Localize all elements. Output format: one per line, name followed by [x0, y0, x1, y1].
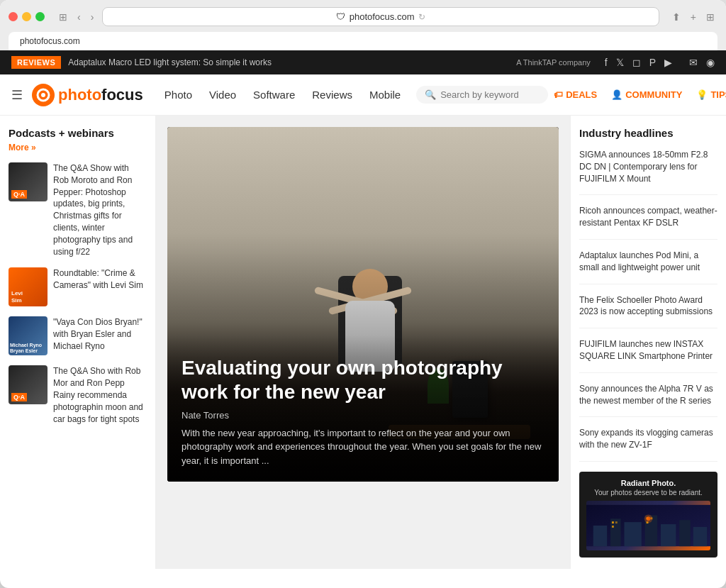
search-icon: 🔍	[425, 89, 436, 100]
podcast-title-2: Roundtable: "Crime & Cameras" with Levi …	[53, 267, 147, 292]
podcast-item-4: Q·A The Q&A Sho with Rob Mor and Ron Pep…	[9, 365, 147, 425]
maximize-button[interactable]	[35, 12, 45, 21]
right-sidebar: Industry headlines SIGMA announces 18-50…	[570, 116, 726, 569]
ad-subtext: Your photos deserve to be radiant.	[586, 489, 710, 497]
headline-text-5: FUJIFILM launches new INSTAX SQUARE LINK…	[579, 338, 717, 362]
svg-rect-4	[593, 526, 607, 546]
twitter-icon[interactable]: 𝕏	[616, 57, 624, 68]
svg-rect-13	[612, 526, 614, 528]
headline-text-4: The Felix Schoeller Photo Award 2023 is …	[579, 294, 717, 318]
headline-item-5[interactable]: FUJIFILM launches new INSTAX SQUARE LINK…	[579, 338, 717, 373]
headline-item-6[interactable]: Sony announces the Alpha 7R V as the new…	[579, 383, 717, 418]
podcast-info-2: Roundtable: "Crime & Cameras" with Levi …	[53, 267, 147, 306]
headline-text-6: Sony announces the Alpha 7R V as the new…	[579, 383, 717, 407]
close-button[interactable]	[9, 12, 18, 21]
svg-rect-10	[693, 527, 707, 546]
headline-item-3[interactable]: Adaptalux launches Pod Mini, a small and…	[579, 250, 717, 284]
svg-rect-11	[612, 521, 614, 523]
reload-icon[interactable]: ↻	[418, 12, 425, 22]
main-content: Podcasts + webinars More » Q·A The Q&A S…	[0, 116, 726, 569]
tab-label: photofocus.com	[20, 36, 80, 46]
instagram-icon[interactable]: ◻	[632, 57, 641, 68]
share-button[interactable]: ⬆	[669, 10, 683, 24]
podcast-thumb-1[interactable]: Q·A	[9, 162, 48, 201]
community-icon: 👤	[611, 89, 622, 100]
podcast-info-1: The Q&A Show with Rob Moroto and Ron Pep…	[53, 162, 147, 257]
headline-item-4[interactable]: The Felix Schoeller Photo Award 2023 is …	[579, 294, 717, 329]
podcast-info-4: The Q&A Sho with Rob Mor and Ron Pepp Ra…	[53, 365, 147, 425]
deals-button[interactable]: 🏷 DEALS	[548, 86, 603, 104]
shield-icon: 🛡	[336, 11, 345, 22]
headline-item-7[interactable]: Sony expands its vlogging cameras with t…	[579, 427, 717, 462]
headline-item-1[interactable]: SIGMA announces 18-50mm F2.8 DC DN | Con…	[579, 149, 717, 195]
new-tab-button[interactable]: +	[688, 10, 699, 24]
svg-rect-9	[679, 520, 691, 546]
mail-icon[interactable]: ✉	[689, 57, 698, 68]
podcast-title-1: The Q&A Show with Rob Moroto and Ron Pep…	[53, 162, 147, 257]
headline-item-2[interactable]: Ricoh announces compact, weather-resista…	[579, 205, 717, 240]
search-box[interactable]: 🔍	[416, 86, 548, 104]
tips-button[interactable]: 💡 TIPS	[691, 86, 726, 104]
podcast-item-2: LeviSim Roundtable: "Crime & Cameras" wi…	[9, 267, 147, 306]
youtube-icon[interactable]: ▶	[664, 57, 672, 68]
pinterest-icon[interactable]: P	[649, 57, 656, 68]
browser-actions: ⬆ + ⊞	[669, 10, 717, 24]
sidebar-more-link[interactable]: More »	[9, 143, 36, 152]
michael-badge: Michael RynoBryan Esler	[10, 343, 42, 355]
thinktap-label: A ThinkTAP company	[516, 58, 591, 67]
nav-reviews[interactable]: Reviews	[305, 84, 359, 105]
nav-video[interactable]: Video	[202, 84, 243, 105]
tag-icon: 🏷	[554, 89, 563, 100]
traffic-lights	[9, 12, 45, 21]
url-text: photofocus.com	[350, 11, 415, 22]
ad-box[interactable]: Radiant Photo. Your photos deserve to be…	[579, 472, 717, 558]
hero-excerpt: With the new year approaching, it's impo…	[182, 426, 544, 468]
center-content: Evaluating your own photography work for…	[156, 116, 570, 569]
podcast-item: Q·A The Q&A Show with Rob Moroto and Ron…	[9, 162, 147, 257]
podcast-thumb-4[interactable]: Q·A	[9, 365, 48, 404]
tips-icon: 💡	[696, 89, 708, 100]
tips-label: TIPS	[710, 89, 726, 100]
minimize-button[interactable]	[22, 12, 31, 21]
ticker-text: Adaptalux Macro LED light system: So sim…	[68, 57, 272, 67]
logo-text: photofocus	[58, 86, 143, 104]
facebook-icon[interactable]: f	[605, 57, 608, 68]
headline-text-2: Ricoh announces compact, weather-resista…	[579, 205, 717, 229]
hero-article[interactable]: Evaluating your own photography work for…	[167, 127, 559, 482]
rss-icon[interactable]: ◉	[706, 57, 715, 68]
grid-button[interactable]: ⊞	[703, 10, 717, 24]
search-input[interactable]	[440, 89, 540, 100]
headlines-title: Industry headlines	[579, 127, 717, 139]
ad-cityscape-svg	[586, 504, 710, 547]
nav-links: Photo Video Software Reviews Mobile	[157, 84, 408, 105]
levi-badge: LeviSim	[11, 290, 23, 304]
qa-badge-1: Q·A	[11, 190, 27, 199]
nav: ☰ photofocus Photo Video Software Review…	[0, 74, 726, 116]
qa-badge-4: Q·A	[11, 393, 27, 401]
reviews-badge: REVIEWS	[11, 56, 61, 69]
left-sidebar: Podcasts + webinars More » Q·A The Q&A S…	[0, 116, 156, 569]
forward-button[interactable]: ›	[88, 10, 97, 24]
svg-rect-12	[615, 521, 618, 523]
svg-rect-6	[624, 522, 641, 546]
window-layout-button[interactable]: ⊞	[56, 10, 70, 24]
nav-software[interactable]: Software	[246, 84, 302, 105]
svg-rect-8	[661, 524, 676, 546]
hamburger-menu[interactable]: ☰	[11, 87, 23, 103]
browser-tab[interactable]: photofocus.com	[9, 32, 717, 50]
nav-actions: 🏷 DEALS 👤 COMMUNITY 💡 TIPS ✉ GET NEWS	[548, 81, 726, 109]
podcast-thumb-3[interactable]: Michael RynoBryan Esler	[9, 316, 48, 355]
podcast-title-4: The Q&A Sho with Rob Mor and Ron Pepp Ra…	[53, 365, 147, 425]
nav-mobile[interactable]: Mobile	[362, 84, 408, 105]
hero-overlay: Evaluating your own photography work for…	[167, 335, 559, 482]
podcast-thumb-2[interactable]: LeviSim	[9, 267, 48, 306]
nav-photo[interactable]: Photo	[157, 84, 199, 105]
browser-window: ⊞ ‹ › 🛡 photofocus.com ↻ ⬆ + ⊞ photofocu…	[0, 0, 726, 588]
headline-text-7: Sony expands its vlogging cameras with t…	[579, 427, 717, 451]
community-button[interactable]: 👤 COMMUNITY	[605, 86, 688, 104]
address-bar[interactable]: 🛡 photofocus.com ↻	[102, 7, 659, 26]
hero-author: Nate Torres	[182, 410, 544, 421]
logo[interactable]: photofocus	[31, 83, 143, 107]
back-button[interactable]: ‹	[74, 10, 84, 24]
browser-chrome: ⊞ ‹ › 🛡 photofocus.com ↻ ⬆ + ⊞ photofocu…	[0, 0, 726, 50]
